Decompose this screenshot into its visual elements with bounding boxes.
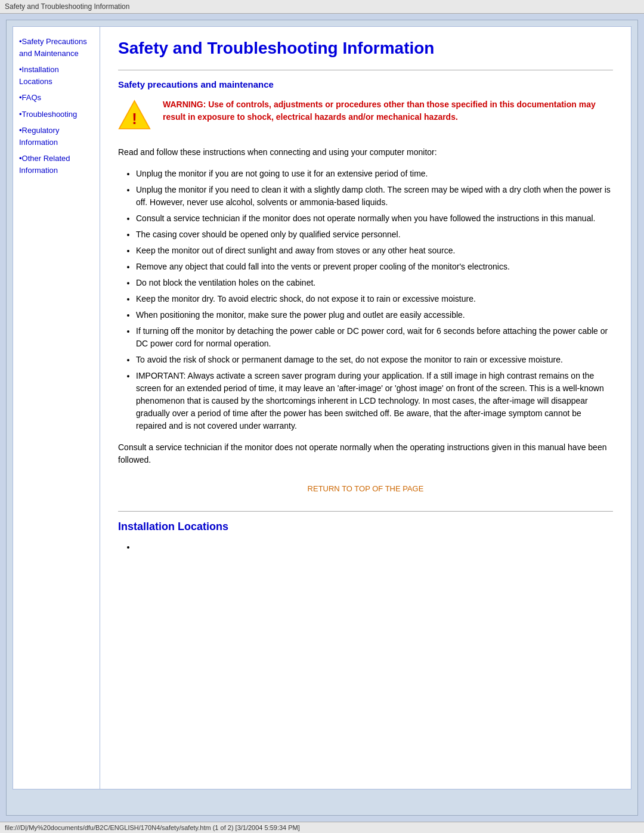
bullet-item: Keep the monitor dry. To avoid electric …: [136, 293, 613, 305]
sidebar-group-4: •Troubleshooting: [19, 109, 94, 120]
outer-frame: •Safety Precautions and Maintenance •Ins…: [6, 20, 638, 816]
installation-bullet-item: [136, 542, 613, 552]
bullet-item: Keep the monitor out of direct sunlight …: [136, 244, 613, 257]
sidebar-item-installation-locations[interactable]: •Installation Locations: [19, 64, 94, 87]
svg-text:!: !: [132, 110, 137, 127]
installation-locations-title: Installation Locations: [118, 521, 613, 533]
sidebar-item-regulatory-information[interactable]: •Regulatory Information: [19, 125, 94, 148]
sidebar-item-safety-precautions[interactable]: •Safety Precautions and Maintenance: [19, 36, 94, 59]
sidebar-group-3: •FAQs: [19, 92, 94, 104]
page-title: Safety and Troubleshooting Information: [118, 39, 613, 58]
bottom-divider: [118, 511, 613, 512]
sidebar-group-6: •Other Related Information: [19, 153, 94, 176]
sidebar: •Safety Precautions and Maintenance •Ins…: [13, 27, 100, 789]
installation-bullets: [136, 542, 613, 552]
status-bar-text: file:///D|/My%20documents/dfu/B2C/ENGLIS…: [5, 824, 300, 831]
safety-bullets: Unplug the monitor if you are not going …: [136, 168, 613, 432]
intro-text: Read and follow these instructions when …: [118, 146, 613, 159]
status-bar: file:///D|/My%20documents/dfu/B2C/ENGLIS…: [0, 822, 644, 833]
bullet-item: Consult a service technician if the moni…: [136, 212, 613, 225]
return-to-top[interactable]: RETURN TO TOP OF THE PAGE: [118, 484, 613, 493]
safety-precautions-title: Safety precautions and maintenance: [118, 79, 613, 89]
sidebar-item-faqs[interactable]: •FAQs: [19, 92, 94, 104]
title-bar: Safety and Troubleshooting Information: [0, 0, 644, 14]
bullet-item: Remove any object that could fall into t…: [136, 261, 613, 273]
top-divider: [118, 70, 613, 70]
main-content: Safety and Troubleshooting Information S…: [100, 27, 631, 789]
warning-text: WARNING: Use of controls, adjustments or…: [163, 98, 613, 123]
bullet-item: When positioning the monitor, make sure …: [136, 309, 613, 321]
return-to-top-link[interactable]: RETURN TO TOP OF THE PAGE: [308, 484, 424, 493]
footer-note: Consult a service technician if the moni…: [118, 441, 613, 466]
installation-locations-section: Installation Locations: [118, 521, 613, 552]
warning-icon: !: [118, 98, 154, 134]
bullet-item: If turning off the monitor by detaching …: [136, 325, 613, 350]
sidebar-item-troubleshooting[interactable]: •Troubleshooting: [19, 109, 94, 120]
sidebar-group-5: •Regulatory Information: [19, 125, 94, 148]
bullet-item: Unplug the monitor if you are not going …: [136, 168, 613, 180]
sidebar-group-2: •Installation Locations: [19, 64, 94, 87]
sidebar-group-1: •Safety Precautions and Maintenance: [19, 36, 94, 59]
bullet-item: To avoid the risk of shock or permanent …: [136, 354, 613, 366]
bullet-item: IMPORTANT: Always activate a screen save…: [136, 370, 613, 432]
bullet-item: The casing cover should be opened only b…: [136, 228, 613, 241]
bullet-item: Do not block the ventilation holes on th…: [136, 277, 613, 289]
safety-precautions-section: Safety precautions and maintenance ! WAR…: [118, 79, 613, 466]
inner-frame: •Safety Precautions and Maintenance •Ins…: [13, 26, 631, 789]
warning-box: ! WARNING: Use of controls, adjustments …: [118, 98, 613, 134]
title-bar-text: Safety and Troubleshooting Information: [5, 2, 129, 11]
sidebar-item-other-related-information[interactable]: •Other Related Information: [19, 153, 94, 176]
bullet-item: Unplug the monitor if you need to clean …: [136, 184, 613, 209]
